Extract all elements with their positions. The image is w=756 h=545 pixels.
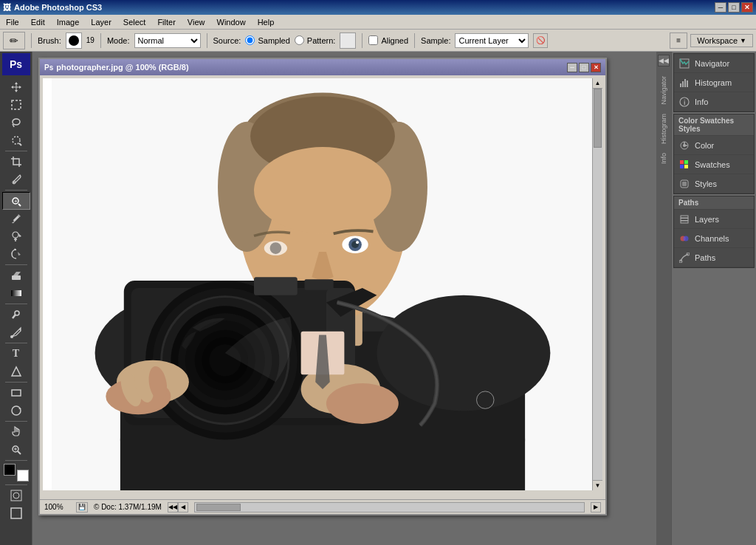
history-brush-tool[interactable] [2,245,30,263]
divider-5 [414,33,415,48]
source-pattern-label[interactable]: Pattern: [295,35,336,45]
crop-tool[interactable] [2,153,30,171]
clone-stamp-tool[interactable] [2,227,30,245]
brush-preview[interactable] [66,32,82,49]
aligned-label[interactable]: Aligned [368,35,408,45]
menu-image[interactable]: Image [51,17,86,27]
panel-collapse-button[interactable]: ◀◀ [658,55,670,66]
doc-maximize-button[interactable]: □ [579,63,589,72]
color-panel-item[interactable]: Color [674,136,754,155]
nav-next-button[interactable]: ▶ [591,502,601,513]
pen-tool[interactable] [2,323,30,341]
tool-preset-menu-button[interactable]: ≡ [670,32,687,49]
save-indicator[interactable]: 💾 [76,502,88,513]
menu-filter[interactable]: Filter [151,17,181,27]
histogram-panel-item[interactable]: Histogram [674,73,754,92]
styles-panel-item[interactable]: Styles [674,174,754,193]
app-icon: 🖼 [3,3,11,12]
rectangle-tool[interactable] [2,384,30,402]
close-button[interactable]: ✕ [741,2,753,13]
document-content[interactable]: ▲ ▼ [43,78,602,490]
type-tool[interactable]: T [2,345,30,363]
rectangular-marquee-tool[interactable] [2,96,30,114]
screen-mode-button[interactable] [2,504,30,522]
navigator-tab-side[interactable]: Navigator [660,73,667,108]
swatches-panel-item[interactable]: Swatches [674,155,754,174]
move-tool[interactable] [2,78,30,96]
svg-point-40 [356,241,359,244]
quick-selection-tool[interactable] [2,131,30,149]
scroll-thumb-vertical[interactable] [594,89,602,148]
svg-point-60 [326,383,399,424]
lasso-tool[interactable] [2,114,30,131]
channels-panel-item[interactable]: Channels [674,229,754,248]
svg-point-85 [684,236,689,241]
canvas-area[interactable]: Ps photographer.jpg @ 100% (RGB/8) ─ □ ✕ [32,52,656,545]
gradient-tool[interactable] [2,284,30,302]
menu-file[interactable]: File [0,17,25,27]
source-sampled-label[interactable]: Sampled [245,35,289,45]
layers-panel-item[interactable]: Layers [674,210,754,229]
foreground-color-swatch[interactable] [4,464,16,476]
panel-group-middle: Color Swatches Styles Color Swatches [673,114,755,194]
sample-select[interactable]: Current Layer All Layers Current & Below [455,33,529,48]
nav-prev-button[interactable]: ◀ [178,502,188,513]
paths-panel-item[interactable]: Paths [674,248,754,267]
pattern-preview[interactable] [340,32,356,49]
scroll-thumb-horizontal[interactable] [196,504,241,511]
histogram-tab-side[interactable]: Histogram [660,111,667,147]
nav-start-button[interactable]: ◀◀ [168,502,178,513]
canvas-image [43,78,602,490]
svg-rect-68 [682,81,684,87]
info-panel-item[interactable]: i Info [674,92,754,112]
source-sampled-radio[interactable] [245,35,255,45]
quick-mask-button[interactable] [2,487,30,504]
doc-close-button[interactable]: ✕ [591,63,601,72]
ignore-adj-layers-button[interactable]: 🚫 [533,33,548,48]
menu-layer[interactable]: Layer [85,17,117,27]
separator-8 [5,460,27,461]
background-color-swatch[interactable] [17,470,29,481]
menu-help[interactable]: Help [252,17,281,27]
scroll-down-button[interactable]: ▼ [593,480,602,490]
eraser-tool[interactable] [2,267,30,284]
vertical-scrollbar[interactable]: ▲ ▼ [592,78,602,490]
status-zoom: 100% [44,503,70,511]
doc-minimize-button[interactable]: ─ [567,63,577,72]
horizontal-scrollbar[interactable] [194,502,585,513]
brush-tool[interactable] [2,210,30,227]
swatches-icon [678,159,690,171]
right-panel-container: ◀◀ Navigator Histogram Info Navigator [656,52,756,545]
menu-window[interactable]: Window [211,17,252,27]
color-icon [678,140,690,151]
layers-icon [678,213,690,225]
eyedropper-tool[interactable] [2,171,30,188]
zoom-tool[interactable] [2,441,30,459]
scroll-up-button[interactable]: ▲ [593,78,602,89]
separator-1 [5,151,27,151]
info-tab-side[interactable]: Info [660,150,667,167]
source-pattern-radio[interactable] [295,35,304,45]
spot-healing-brush-tool[interactable]: + [2,192,30,210]
mode-select[interactable]: Normal [134,33,201,48]
right-panel: Navigator Histogram i Info Color Swa [671,52,756,545]
histogram-label: Histogram [695,78,732,87]
3d-rotate-tool[interactable] [2,402,30,419]
svg-rect-21 [11,490,21,501]
color-swatches[interactable] [2,462,30,483]
navigator-panel-item[interactable]: Navigator [674,54,754,73]
source-pattern-text: Pattern: [307,36,336,45]
tool-preset-picker[interactable]: ✏ [3,32,25,49]
svg-rect-76 [684,160,688,164]
menu-select[interactable]: Select [117,17,152,27]
channels-icon [678,233,690,244]
hand-tool[interactable] [2,423,30,441]
workspace-button[interactable]: Workspace ▼ [690,34,753,47]
minimize-button[interactable]: ─ [715,2,726,13]
menu-edit[interactable]: Edit [25,17,51,27]
aligned-checkbox[interactable] [368,35,378,45]
menu-view[interactable]: View [182,17,211,27]
maximize-button[interactable]: □ [728,2,740,13]
path-selection-tool[interactable] [2,363,30,380]
dodge-tool[interactable] [2,306,30,323]
